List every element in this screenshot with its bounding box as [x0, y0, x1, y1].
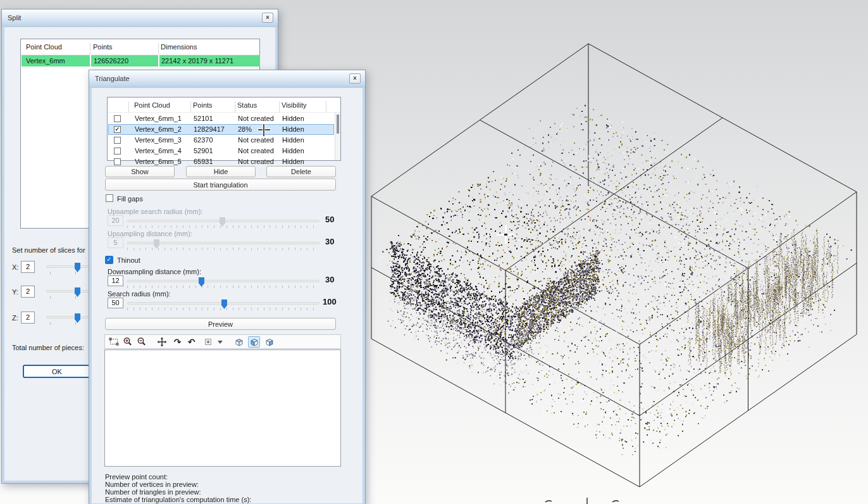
row-checkbox[interactable] [114, 158, 121, 165]
split-titlebar[interactable]: Split × [2, 9, 278, 27]
slider-value[interactable]: 50 [108, 298, 123, 308]
slider-max-label: 30 [325, 275, 334, 284]
zoom-in-icon[interactable] [121, 336, 133, 348]
axis-label: Y: [12, 288, 18, 296]
row-checkbox[interactable] [114, 137, 121, 144]
cell-status: 28% [238, 125, 252, 133]
rotate-cw-icon[interactable]: ↷ [171, 336, 183, 348]
view-box-left-icon[interactable] [248, 336, 260, 348]
col-point-cloud[interactable]: Point Cloud [26, 43, 62, 51]
cell-status: Not created [238, 158, 274, 165]
slider-label: Upsampling distance (mm): [108, 230, 192, 237]
slider-ticks [127, 308, 319, 310]
slider-max-label: 100 [323, 297, 337, 306]
pan-icon[interactable] [156, 336, 168, 348]
col-dimensions[interactable]: Dimensions [161, 43, 197, 51]
thinout-label: Thinout [117, 256, 140, 264]
slider-max-label: 50 [325, 215, 334, 224]
fill-gaps-checkbox[interactable] [106, 194, 113, 202]
delete-button[interactable]: Delete [266, 166, 336, 177]
axis-value-y[interactable]: 2 [21, 286, 35, 298]
zoom-out-icon[interactable] [135, 336, 147, 348]
triangulate-dialog-body: Point Cloud Points Status Visibility Ver… [92, 88, 363, 503]
preview-toolbar: ↷ ↶ [104, 334, 341, 349]
cell-points: 126526220 [94, 57, 128, 65]
col-status[interactable]: Status [237, 101, 257, 109]
cell-points: 52101 [194, 115, 213, 122]
cell-status: Not created [238, 115, 274, 122]
col-point-cloud[interactable]: Point Cloud [134, 101, 170, 109]
slider-track[interactable] [127, 242, 319, 244]
slider-track[interactable] [127, 280, 319, 282]
cell-name: Vertex_6mm [26, 57, 65, 65]
scrollbar-thumb[interactable] [337, 115, 339, 134]
marquee-zoom-icon[interactable] [108, 336, 120, 348]
cell-point-cloud: Vertex_6mm_2 [135, 125, 182, 133]
slider-ticks [127, 225, 319, 228]
slider-track[interactable] [127, 220, 319, 222]
table-row[interactable]: Vertex_6mm_152101Not createdHidden [108, 113, 334, 124]
cell-status: Not created [238, 136, 274, 144]
thinout-checkbox[interactable]: ✓ [105, 256, 113, 264]
slider-value[interactable]: 20 [108, 215, 123, 226]
slider-value[interactable]: 12 [108, 275, 123, 286]
slider-thumb[interactable] [75, 263, 80, 272]
application-window: Split × Point Cloud Points Dimensions Ve… [0, 0, 868, 504]
slider-value[interactable]: 5 [108, 237, 123, 248]
split-table-header[interactable]: Point Cloud Points Dimensions [21, 39, 259, 54]
triangulate-dialog: Triangulate × Point Cloud Points Status … [89, 70, 366, 504]
stat-preview-point-count: Preview point count: [105, 473, 168, 481]
triangulate-dialog-title: Triangulate [95, 75, 130, 82]
table-scrollbar[interactable] [335, 113, 340, 160]
row-checkbox[interactable] [114, 115, 121, 122]
cell-points: 62370 [194, 136, 213, 144]
split-dialog-title: Split [8, 14, 21, 22]
fill-gaps-label: Fill gaps [117, 195, 143, 203]
slider-ticks [127, 248, 319, 250]
ok-button[interactable]: OK [23, 365, 91, 378]
stat-computation-time: Estimate of triangulation's computation … [105, 496, 251, 503]
slider-thumb[interactable] [75, 313, 80, 323]
stat-vertices-in-preview: Number of vertices in preview: [105, 481, 199, 488]
axis-label: X: [12, 263, 18, 271]
cell-status: Not created [238, 147, 274, 154]
slider-track[interactable] [127, 302, 319, 305]
col-points[interactable]: Points [93, 43, 113, 51]
rotate-ccw-icon[interactable]: ↶ [185, 336, 197, 348]
view-box-top-icon[interactable] [233, 336, 245, 348]
start-triangulation-button[interactable]: Start triangulation [105, 179, 336, 191]
axis-value-z[interactable]: 2 [21, 312, 35, 324]
col-points[interactable]: Points [193, 101, 213, 109]
slider-label: Search radius (mm): [108, 290, 171, 298]
preview-area[interactable] [104, 350, 341, 467]
table-row[interactable]: Vertex_6mm_362370Not createdHidden [108, 135, 334, 146]
hide-button[interactable]: Hide [186, 166, 256, 177]
show-button[interactable]: Show [105, 166, 175, 177]
axis-value-x[interactable]: 2 [21, 261, 35, 273]
row-checkbox[interactable] [114, 148, 121, 154]
table-row[interactable]: Vertex_6mm 126526220 22142 x 20179 x 112… [22, 55, 260, 66]
view-box-right-icon[interactable] [263, 336, 275, 348]
table-row[interactable]: Vertex_6mm_452901Not createdHidden [108, 146, 334, 156]
triangulate-titlebar[interactable]: Triangulate × [89, 70, 365, 87]
cell-visibility: Hidden [282, 125, 304, 133]
table-row[interactable]: ✓Vertex_6mm_21282941728%Hidden [108, 124, 334, 135]
cell-point-cloud: Vertex_6mm_1 [135, 115, 182, 122]
cell-points: 12829417 [194, 125, 225, 133]
slider-label: Upsample search radius (mm): [108, 208, 202, 215]
row-checkbox[interactable]: ✓ [114, 126, 121, 133]
total-pieces-label: Total number of pieces: [12, 344, 84, 351]
slider-thumb[interactable] [75, 287, 80, 297]
cell-points: 65931 [194, 158, 213, 165]
cell-visibility: Hidden [282, 136, 304, 144]
col-visibility[interactable]: Visibility [282, 101, 307, 109]
triangulate-point-cloud-table[interactable]: Point Cloud Points Status Visibility Ver… [107, 97, 341, 161]
close-icon[interactable]: × [262, 13, 273, 23]
close-icon[interactable]: × [349, 73, 361, 84]
preview-button[interactable]: Preview [105, 318, 336, 330]
slider-label: Downsampling distance (mm): [108, 268, 201, 275]
center-target-icon[interactable] [202, 336, 214, 348]
cell-dimensions: 22142 x 20179 x 11271 [161, 57, 233, 65]
dropdown-caret-icon[interactable] [214, 336, 226, 348]
triangulate-table-header[interactable]: Point Cloud Points Status Visibility [108, 98, 340, 113]
